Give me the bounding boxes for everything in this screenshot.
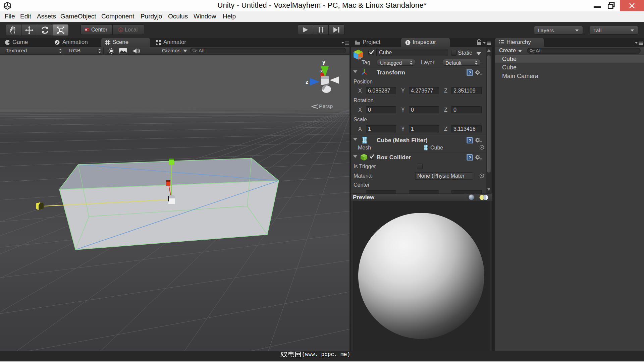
svg-text:?: ?	[469, 156, 471, 160]
svg-text:?: ?	[469, 138, 471, 143]
svg-text:y: y	[322, 59, 325, 65]
svg-text:?: ?	[469, 71, 471, 75]
svg-text:x: x	[320, 68, 323, 73]
svg-text:z: z	[306, 79, 308, 85]
svg-text:Persp: Persp	[319, 103, 333, 109]
